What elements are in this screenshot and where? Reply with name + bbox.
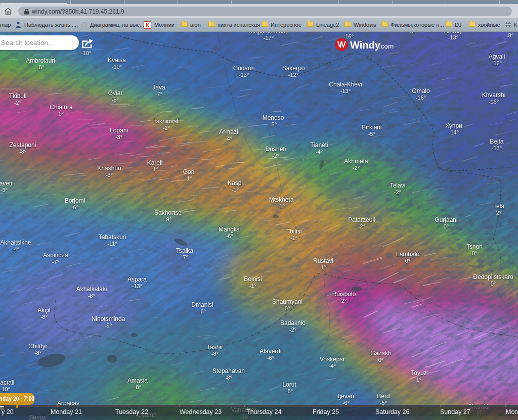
svg-text:.com: .com	[379, 42, 394, 50]
svg-text:Windy: Windy	[350, 39, 381, 51]
